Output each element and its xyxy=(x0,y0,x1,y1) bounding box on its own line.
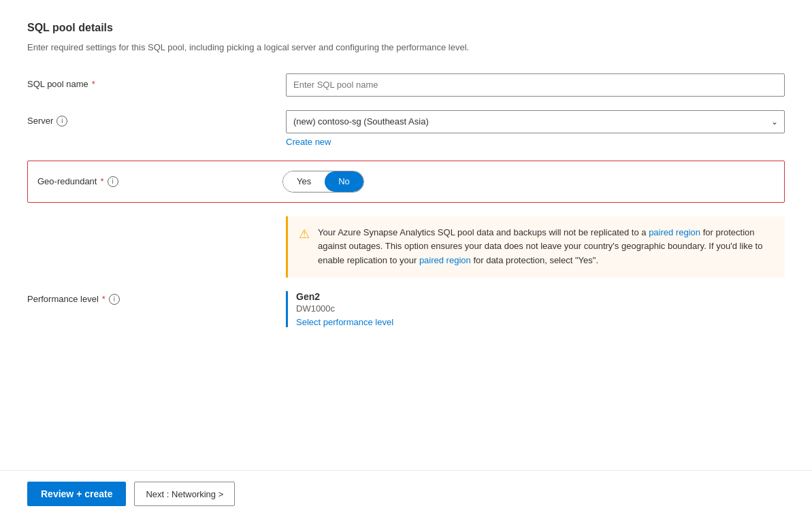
geo-redundant-required: * xyxy=(100,176,103,186)
next-networking-button[interactable]: Next : Networking > xyxy=(134,482,235,506)
sql-pool-name-row: SQL pool name * xyxy=(27,73,785,97)
footer-bar: Review + create Next : Networking > xyxy=(0,470,812,517)
sql-pool-name-required: * xyxy=(92,79,95,89)
sql-pool-name-input[interactable] xyxy=(286,73,785,97)
performance-value-block: Gen2 DW1000c Select performance level xyxy=(286,291,785,327)
paired-region-link-1[interactable]: paired region xyxy=(649,227,700,237)
server-info-icon[interactable]: i xyxy=(56,116,67,127)
geo-redundant-yes-option[interactable]: Yes xyxy=(283,171,325,192)
review-create-button[interactable]: Review + create xyxy=(27,482,126,506)
server-control: (new) contoso-sg (Southeast Asia) ⌄ Crea… xyxy=(286,110,785,147)
performance-level-section: Performance level * i Gen2 DW1000c Selec… xyxy=(27,291,785,327)
server-label: Server i xyxy=(27,110,286,127)
geo-redundant-info-icon[interactable]: i xyxy=(108,176,118,187)
section-description: Enter required settings for this SQL poo… xyxy=(27,41,785,54)
sql-pool-name-label: SQL pool name * xyxy=(27,73,286,89)
warning-text: Your Azure Synapse Analytics SQL pool da… xyxy=(318,226,774,268)
warning-icon: ⚠ xyxy=(299,227,310,241)
sql-pool-name-control xyxy=(286,73,785,97)
geo-redundant-label: Geo-redundant * i xyxy=(37,176,282,187)
geo-redundant-toggle-group: Yes No xyxy=(282,171,364,193)
performance-info-icon[interactable]: i xyxy=(109,294,120,305)
paired-region-link-2[interactable]: paired region xyxy=(419,255,471,265)
create-new-link[interactable]: Create new xyxy=(286,137,331,147)
performance-required: * xyxy=(102,294,105,304)
geo-redundant-row: Geo-redundant * i Yes No xyxy=(27,161,785,203)
select-performance-level-link[interactable]: Select performance level xyxy=(296,317,393,327)
performance-tier: Gen2 xyxy=(296,291,785,302)
server-row: Server i (new) contoso-sg (Southeast Asi… xyxy=(27,110,785,147)
geo-redundant-no-option[interactable]: No xyxy=(325,171,363,192)
server-select-wrapper: (new) contoso-sg (Southeast Asia) ⌄ xyxy=(286,110,785,133)
performance-sub: DW1000c xyxy=(296,303,785,314)
geo-redundant-warning-box: ⚠ Your Azure Synapse Analytics SQL pool … xyxy=(286,216,785,278)
section-title: SQL pool details xyxy=(27,22,785,34)
server-select[interactable]: (new) contoso-sg (Southeast Asia) xyxy=(286,110,785,133)
performance-level-label: Performance level * i xyxy=(27,291,286,305)
